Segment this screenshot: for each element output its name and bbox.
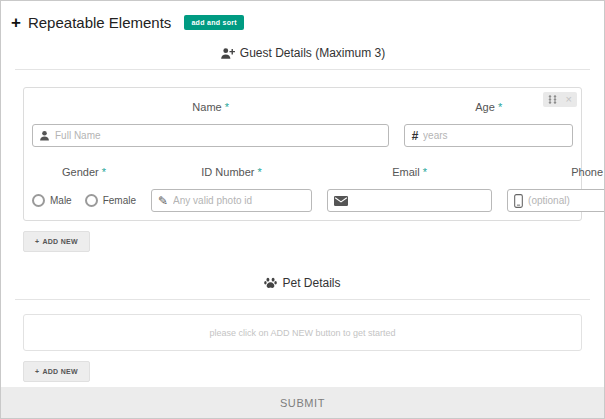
email-input[interactable]	[353, 195, 485, 206]
gender-male-radio[interactable]: Male	[32, 194, 72, 207]
gender-field-group: Gender * Male Female	[32, 157, 136, 212]
person-icon	[39, 130, 50, 141]
radio-circle-icon	[85, 194, 98, 207]
guest-row-1: Name * Age * #	[32, 92, 573, 147]
plus-icon: +	[35, 368, 39, 375]
phone-label: Phone	[507, 166, 605, 178]
header: + Repeatable Elements add and sort	[1, 1, 604, 31]
email-input-wrap	[327, 189, 492, 212]
pet-details-title-text: Pet Details	[282, 276, 340, 290]
phone-input-wrap	[507, 189, 605, 212]
radio-circle-icon	[32, 194, 45, 207]
age-input-wrap: #	[404, 124, 573, 147]
name-label-text: Name	[192, 101, 221, 113]
email-field-group: Email *	[327, 157, 492, 212]
pet-details-section-title: Pet Details	[1, 276, 604, 290]
plus-icon: +	[11, 14, 21, 31]
person-add-icon	[220, 47, 235, 59]
pet-add-new-label: ADD NEW	[42, 368, 78, 375]
id-number-field-group: ID Number * ✎	[151, 157, 312, 212]
divider	[15, 299, 590, 300]
phone-label-text: Phone	[571, 166, 603, 178]
required-mark: *	[225, 101, 229, 113]
id-number-label: ID Number *	[151, 166, 312, 178]
plus-icon: +	[35, 238, 39, 245]
paw-icon	[264, 277, 277, 289]
required-mark: *	[498, 101, 502, 113]
submit-button[interactable]: SUBMIT	[1, 387, 604, 418]
email-label-text: Email	[392, 166, 420, 178]
envelope-icon	[334, 196, 348, 206]
pet-add-new-button[interactable]: + ADD NEW	[23, 361, 90, 382]
page-title: Repeatable Elements	[28, 14, 171, 31]
phone-field-group: Phone	[507, 157, 605, 212]
hash-icon: #	[411, 129, 418, 143]
guest-card: × Name * Age *	[23, 87, 582, 221]
gender-radio-row: Male Female	[32, 189, 136, 212]
guest-details-section-title: Guest Details (Maximum 3)	[1, 46, 604, 60]
gender-female-label: Female	[103, 195, 136, 206]
id-number-input[interactable]	[173, 195, 305, 206]
drag-handle-icon[interactable]	[548, 95, 557, 104]
guest-add-new-button[interactable]: + ADD NEW	[23, 231, 90, 252]
required-mark: *	[102, 166, 106, 178]
gender-label: Gender *	[32, 166, 136, 178]
divider	[15, 69, 590, 70]
guest-add-new-label: ADD NEW	[42, 238, 78, 245]
repeatable-elements-widget: + Repeatable Elements add and sort Guest…	[0, 0, 605, 419]
name-label: Name *	[32, 101, 389, 113]
pet-empty-text: please click on ADD NEW button to get st…	[209, 328, 395, 338]
age-input[interactable]	[423, 130, 566, 141]
gender-male-label: Male	[50, 195, 72, 206]
phone-input[interactable]	[528, 195, 605, 206]
pen-icon: ✎	[158, 195, 168, 207]
age-label-text: Age	[475, 101, 495, 113]
add-and-sort-badge: add and sort	[184, 15, 244, 30]
gender-label-text: Gender	[62, 166, 99, 178]
required-mark: *	[258, 166, 262, 178]
email-label: Email *	[327, 166, 492, 178]
required-mark: *	[423, 166, 427, 178]
id-number-label-text: ID Number	[201, 166, 254, 178]
name-input[interactable]	[55, 130, 382, 141]
pet-empty-card: please click on ADD NEW button to get st…	[23, 314, 582, 351]
name-field-group: Name *	[32, 92, 389, 147]
id-number-input-wrap: ✎	[151, 189, 312, 212]
card-tools: ×	[543, 92, 577, 107]
mobile-phone-icon	[514, 194, 523, 208]
close-icon[interactable]: ×	[566, 94, 572, 105]
name-input-wrap	[32, 124, 389, 147]
guest-details-title-text: Guest Details (Maximum 3)	[240, 46, 385, 60]
guest-row-2: Gender * Male Female ID Number	[32, 157, 573, 212]
gender-female-radio[interactable]: Female	[85, 194, 136, 207]
